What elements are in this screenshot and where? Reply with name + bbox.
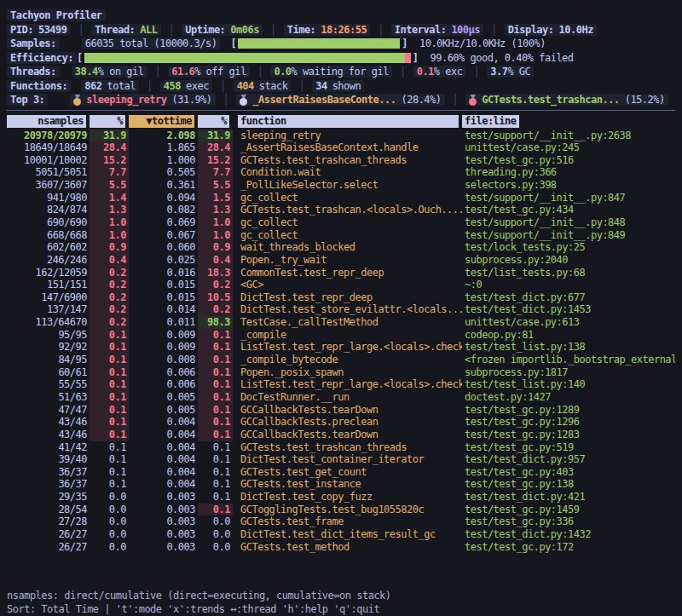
tottime-cell: 0.025: [129, 254, 198, 267]
top3-item-1: sleeping_retry (31.9%): [70, 94, 215, 106]
tottime-cell: 0.009: [129, 341, 198, 354]
file-line-cell: test/test_gc.py:1283: [462, 429, 675, 441]
top3-item-3-pct: (15.2%): [625, 94, 665, 106]
table-row[interactable]: 55/550.10.0060.1ListTest.test_repr_large…: [7, 378, 675, 391]
exc-value: 0.1: [417, 66, 434, 78]
cumulative-pct-cell: 0.1: [198, 491, 233, 504]
top3-item-2: _AssertRaisesBaseConte... (28.4%): [236, 94, 444, 106]
table-row[interactable]: 29/350.00.0030.1DictTest.test_copy_fuzzt…: [7, 491, 675, 504]
column-header-tottime-sorted[interactable]: ▼tottime: [129, 115, 194, 128]
table-row[interactable]: 690/6901.00.0691.0gc_collecttest/support…: [7, 216, 675, 229]
cumulative-pct-cell: 1.5: [198, 192, 233, 204]
tottime-cell: 0.006: [129, 378, 198, 391]
functions-total-unit: total: [107, 80, 136, 92]
table-row[interactable]: 668/6681.00.0671.0gc_collecttest/support…: [7, 229, 675, 242]
column-header-direct-pct[interactable]: %: [90, 115, 125, 128]
table-row[interactable]: 602/6020.90.0600.9wait_threads_blockedte…: [7, 241, 675, 254]
table-row[interactable]: 113/646700.20.01198.3TestCase._callTestM…: [7, 316, 675, 329]
file-line-cell: unittest/case.py:245: [462, 141, 675, 154]
function-cell: GCCallbackTests.tearDown: [238, 404, 462, 417]
table-row[interactable]: 39/400.10.0040.1DictTest.test_container_…: [7, 453, 675, 466]
direct-pct-cell: 0.1: [90, 429, 129, 441]
efficiency-bar: [84, 53, 411, 63]
table-row[interactable]: 941/9801.40.0941.5gc_collecttest/support…: [7, 192, 675, 204]
nsamples-cell: 147/6900: [7, 291, 90, 304]
file-line-cell: doctest.py:1427: [462, 391, 675, 404]
direct-pct-cell: 28.4: [90, 141, 129, 154]
table-row[interactable]: 162/120590.20.01618.3CommonTest.test_rep…: [7, 267, 675, 279]
column-header-nsamples[interactable]: nsamples: [7, 115, 86, 128]
table-row[interactable]: 43/460.10.0040.1GCCallbackTests.preclean…: [7, 416, 675, 429]
function-cell: GCTests.test_frame: [238, 515, 462, 528]
file-line-cell: test/test_gc.py:138: [462, 478, 675, 491]
exc-unit: % exc: [434, 66, 463, 78]
direct-pct-cell: 31.9: [90, 130, 129, 142]
table-row[interactable]: 137/1470.20.0140.2DictTest.test_store_ev…: [7, 303, 675, 316]
cumulative-pct-cell: 98.3: [198, 316, 233, 329]
function-cell: <GC>: [238, 279, 462, 291]
nsamples-cell: 55/55: [7, 378, 90, 391]
table-row[interactable]: 20978/2097931.92.09831.9sleeping_retryte…: [7, 130, 675, 142]
function-cell: Popen._try_wait: [238, 254, 462, 267]
table-row[interactable]: 26/270.00.0030.0DictTest.test_dict_items…: [7, 528, 675, 541]
tottime-cell: 0.003: [129, 491, 198, 504]
display-label: Display:: [508, 24, 554, 36]
direct-pct-cell: 0.1: [90, 366, 129, 379]
divider: │: [400, 66, 406, 78]
tottime-cell: 0.016: [129, 267, 198, 279]
table-row[interactable]: 147/69000.20.01510.5DictTest.test_repr_d…: [7, 291, 675, 304]
table-row[interactable]: 51/630.10.0050.1DocTestRunner.__rundocte…: [7, 391, 675, 404]
table-row[interactable]: 10001/1000215.21.00015.2GCTests.test_tra…: [7, 154, 675, 167]
table-row[interactable]: 246/2460.40.0250.4Popen._try_waitsubproc…: [7, 254, 675, 267]
function-cell: GCTogglingTests.test_bug1055820c: [238, 504, 462, 516]
file-line-cell: subprocess.py:1817: [462, 366, 675, 379]
column-header-cumulative-pct[interactable]: %: [198, 115, 229, 128]
pid-field: PID: 53499: [7, 24, 71, 36]
function-cell: DictTest.test_store_evilattr.<locals...: [238, 303, 462, 316]
table-row[interactable]: 5051/50517.70.5057.7Condition.waitthread…: [7, 166, 675, 179]
table-row[interactable]: 41/420.10.0040.1GCTests.test_trashcan_th…: [7, 441, 675, 454]
efficiency-label: Efficiency:: [7, 52, 77, 64]
file-line-cell: test/test_gc.py:434: [462, 204, 675, 216]
nsamples-cell: 824/874: [7, 204, 90, 216]
table-row[interactable]: 151/1510.20.0150.2<GC>~:0: [7, 279, 675, 291]
table-row[interactable]: 60/610.10.0060.1Popen._posix_spawnsubpro…: [7, 366, 675, 379]
cumulative-pct-cell: 5.5: [198, 179, 233, 192]
table-row[interactable]: 92/920.10.0090.1ListTest.test_repr_large…: [7, 341, 675, 354]
cumulative-pct-cell: 0.1: [198, 416, 233, 429]
function-cell: gc_collect: [238, 229, 462, 242]
thread-label: Thread:: [95, 24, 135, 36]
table-row[interactable]: 36/370.10.0040.1GCTests.test_instancetes…: [7, 478, 675, 491]
direct-pct-cell: 0.9: [90, 241, 129, 254]
nsamples-cell: 10001/10002: [7, 154, 90, 167]
direct-pct-cell: 1.0: [90, 229, 129, 242]
column-header-function[interactable]: function: [238, 115, 459, 128]
table-row[interactable]: 27/280.00.0030.0GCTests.test_frametest/t…: [7, 515, 675, 528]
file-line-cell: test/test_gc.py:403: [462, 466, 675, 479]
table-row[interactable]: 3607/36075.50.3615.5_PollLikeSelector.se…: [7, 179, 675, 192]
table-row[interactable]: 43/460.10.0040.1GCCallbackTests.tearDown…: [7, 429, 675, 441]
display-value: 10.0Hz: [559, 24, 593, 36]
tottime-cell: 2.098: [129, 130, 198, 142]
function-cell: gc_collect: [238, 216, 462, 229]
samples-total: 66035 total (10000.3/s): [82, 37, 221, 49]
table-row[interactable]: 824/8741.30.0821.3GCTests.test_trashcan.…: [7, 204, 675, 216]
tottime-cell: 1.000: [129, 154, 198, 167]
pid-value: 53499: [38, 24, 67, 36]
table-row[interactable]: 47/470.10.0050.1GCCallbackTests.tearDown…: [7, 404, 675, 417]
tottime-cell: 0.004: [129, 478, 198, 491]
tottime-cell: 0.003: [129, 541, 198, 554]
table-row[interactable]: 26/270.00.0030.0GCTests.test_methodtest/…: [7, 541, 675, 554]
table-row[interactable]: 28/540.00.0030.1GCTogglingTests.test_bug…: [7, 504, 675, 516]
tottime-cell: 0.004: [129, 466, 198, 479]
table-row[interactable]: 84/950.10.0080.1_compile_bytecode<frozen…: [7, 354, 675, 366]
tottime-cell: 0.005: [129, 391, 198, 404]
direct-pct-cell: 5.5: [90, 179, 129, 192]
direct-pct-cell: 1.3: [90, 204, 129, 216]
thread-field[interactable]: Thread: ALL: [91, 24, 160, 36]
table-row[interactable]: 95/950.10.0090.1_compilecodeop.py:81: [7, 329, 675, 342]
column-header-file[interactable]: file:line: [462, 115, 519, 128]
table-row[interactable]: 36/370.10.0040.1GCTests.test_get_countte…: [7, 466, 675, 479]
divider: │: [491, 24, 497, 36]
table-row[interactable]: 18649/1864928.41.86528.4_AssertRaisesBas…: [7, 141, 675, 154]
